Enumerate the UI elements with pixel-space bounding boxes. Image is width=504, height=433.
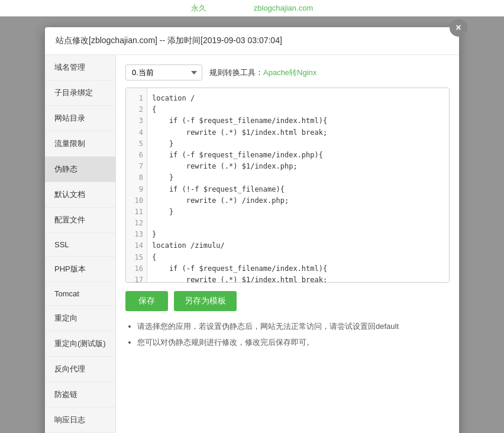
close-button[interactable]: × <box>450 19 467 37</box>
note-item: 请选择您的应用，若设置伪静态后，网站无法正常访问，请尝试设置回default <box>137 321 450 333</box>
save-as-template-button[interactable]: 另存为模板 <box>174 291 237 311</box>
sidebar-item-response-log[interactable]: 响应日志 <box>45 408 115 433</box>
sidebar-item-config-file[interactable]: 配置文件 <box>45 208 115 233</box>
note-item: 您可以对伪静态规则进行修改，修改完后保存即可。 <box>137 337 450 349</box>
sidebar-item-hotlink[interactable]: 防盗链 <box>45 382 115 408</box>
button-row: 保存 另存为模板 <box>125 291 450 311</box>
sidebar-item-redirect-beta[interactable]: 重定向(测试版) <box>45 331 115 357</box>
sidebar-item-subdir[interactable]: 子目录绑定 <box>45 80 115 106</box>
toolbar-row: 0.当前 规则转换工具：Apache转Nginx <box>125 64 450 80</box>
sidebar-item-ssl[interactable]: SSL <box>45 233 115 257</box>
sidebar-item-domain[interactable]: 域名管理 <box>45 55 115 80</box>
code-editor[interactable]: 123456789101112131415161718192021 locati… <box>125 88 450 283</box>
sidebar: 域名管理子目录绑定网站目录流量限制伪静态默认文档配置文件SSLPHP版本Tomc… <box>45 55 116 433</box>
sidebar-item-tomcat[interactable]: Tomcat <box>45 282 115 306</box>
modal-body: 域名管理子目录绑定网站目录流量限制伪静态默认文档配置文件SSLPHP版本Tomc… <box>45 55 459 433</box>
line-numbers: 123456789101112131415161718192021 <box>126 88 147 282</box>
sidebar-item-php-version[interactable]: PHP版本 <box>45 257 115 282</box>
top-bar-right: zblogchajian.com <box>254 4 313 12</box>
sidebar-item-reverse-proxy[interactable]: 反向代理 <box>45 357 115 382</box>
overlay: × 站点修改[zblogchajian.com] -- 添加时间[2019-09… <box>0 17 504 433</box>
modal: × 站点修改[zblogchajian.com] -- 添加时间[2019-09… <box>45 27 459 433</box>
modal-title: 站点修改[zblogchajian.com] -- 添加时间[2019-09-0… <box>45 27 459 55</box>
main-content: 0.当前 规则转换工具：Apache转Nginx 123456789101112… <box>116 55 459 433</box>
sidebar-item-traffic[interactable]: 流量限制 <box>45 131 115 157</box>
rule-select[interactable]: 0.当前 <box>125 64 202 80</box>
rule-link[interactable]: Apache转Nginx <box>263 68 316 77</box>
save-button[interactable]: 保存 <box>125 291 168 311</box>
rule-label: 规则转换工具：Apache转Nginx <box>209 67 316 78</box>
sidebar-item-default-doc[interactable]: 默认文档 <box>45 182 115 208</box>
top-bar-left: 永久 <box>191 3 206 14</box>
sidebar-item-rewrite[interactable]: 伪静态 <box>45 157 115 182</box>
sidebar-item-redirect[interactable]: 重定向 <box>45 306 115 331</box>
notes: 请选择您的应用，若设置伪静态后，网站无法正常访问，请尝试设置回default您可… <box>125 321 450 349</box>
code-content[interactable]: location / { if (-f $request_filename/in… <box>147 88 449 282</box>
sidebar-item-webdir[interactable]: 网站目录 <box>45 106 115 131</box>
notes-list: 请选择您的应用，若设置伪静态后，网站无法正常访问，请尝试设置回default您可… <box>125 321 450 349</box>
top-bar: 永久 zblogchajian.com <box>0 0 504 17</box>
